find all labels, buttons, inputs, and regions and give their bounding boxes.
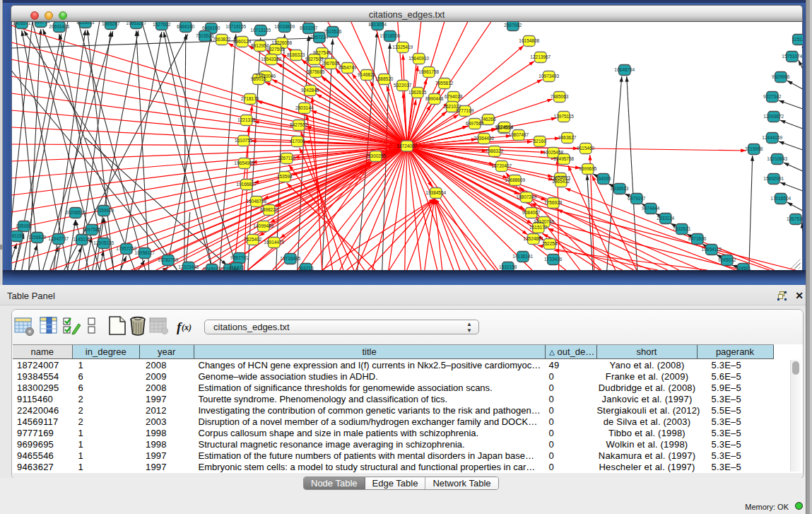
svg-text:10654112: 10654112 <box>701 247 722 252</box>
svg-text:13325419: 13325419 <box>392 45 413 49</box>
svg-text:20364436: 20364436 <box>473 136 494 141</box>
svg-text:16914479: 16914479 <box>264 240 284 245</box>
svg-text:16782759: 16782759 <box>158 257 178 262</box>
svg-text:153594: 153594 <box>276 174 292 179</box>
svg-text:12444159: 12444159 <box>762 135 782 140</box>
svg-text:15720407: 15720407 <box>491 163 512 168</box>
svg-text:9245012: 9245012 <box>203 267 221 270</box>
svg-text:10653287: 10653287 <box>126 22 146 25</box>
svg-text:5322037: 5322037 <box>394 83 412 88</box>
svg-text:13524851: 13524851 <box>523 236 543 241</box>
svg-text:6497568: 6497568 <box>466 121 484 126</box>
svg-text:8813054: 8813054 <box>368 22 387 27</box>
svg-text:1267534: 1267534 <box>787 216 803 221</box>
svg-text:2055714: 2055714 <box>32 22 50 24</box>
svg-text:9227342: 9227342 <box>763 94 782 99</box>
svg-text:7632621: 7632621 <box>673 226 691 231</box>
svg-text:9857791: 9857791 <box>230 255 249 260</box>
svg-text:1733426: 1733426 <box>544 257 563 262</box>
svg-text:216321: 216321 <box>228 265 244 270</box>
svg-text:1221338: 1221338 <box>237 117 256 122</box>
svg-text:19654985: 19654985 <box>234 160 254 165</box>
svg-text:11512: 11512 <box>792 37 802 42</box>
svg-text:6794028: 6794028 <box>445 94 463 99</box>
svg-text:2718176: 2718176 <box>241 96 259 101</box>
svg-text:8471636: 8471636 <box>688 236 707 241</box>
svg-text:1624514: 1624514 <box>495 124 514 129</box>
svg-text:19384554: 19384554 <box>425 190 446 195</box>
svg-text:835061: 835061 <box>16 223 31 228</box>
svg-text:12093872: 12093872 <box>763 114 784 119</box>
svg-text:8533267: 8533267 <box>300 25 318 30</box>
svg-text:9699695: 9699695 <box>579 166 597 171</box>
svg-text:62160: 62160 <box>533 139 546 144</box>
svg-text:(x): (x) <box>182 322 192 332</box>
svg-text:14099489: 14099489 <box>253 223 273 228</box>
svg-text:10958117: 10958117 <box>134 250 155 255</box>
svg-text:16713155: 16713155 <box>250 28 271 33</box>
svg-text:9146821: 9146821 <box>358 72 376 77</box>
svg-text:9242848: 9242848 <box>301 88 319 93</box>
svg-text:924501: 924501 <box>735 266 751 270</box>
svg-text:1405571: 1405571 <box>13 22 31 25</box>
svg-text:1615172: 1615172 <box>529 225 548 230</box>
svg-text:252254: 252254 <box>541 241 557 246</box>
svg-text:7485063: 7485063 <box>551 94 569 99</box>
svg-text:16154808: 16154808 <box>519 38 539 43</box>
svg-text:8938923: 8938923 <box>611 186 629 191</box>
svg-text:19166827: 19166827 <box>236 182 257 187</box>
svg-text:20691406: 20691406 <box>49 24 69 29</box>
svg-text:7515526: 7515526 <box>324 29 342 34</box>
svg-text:8960124: 8960124 <box>233 39 252 44</box>
svg-text:2967608: 2967608 <box>322 61 340 66</box>
svg-text:10688609: 10688609 <box>505 177 525 182</box>
svg-text:1965432: 1965432 <box>552 179 570 184</box>
svg-text:7663822: 7663822 <box>213 37 231 42</box>
svg-text:7986322: 7986322 <box>486 148 504 153</box>
svg-text:15640910: 15640910 <box>408 56 429 61</box>
svg-text:18495758: 18495758 <box>553 156 574 161</box>
svg-text:8990448: 8990448 <box>425 96 444 101</box>
svg-text:15716485: 15716485 <box>280 256 300 261</box>
svg-text:9097585: 9097585 <box>83 227 101 232</box>
svg-text:9115460: 9115460 <box>577 146 594 151</box>
svg-text:1588520: 1588520 <box>375 76 394 81</box>
svg-text:15751074: 15751074 <box>782 54 802 59</box>
svg-text:19218506: 19218506 <box>379 33 400 38</box>
svg-text:7756928: 7756928 <box>544 200 563 205</box>
svg-text:14136141: 14136141 <box>512 254 533 259</box>
svg-text:16033809: 16033809 <box>274 24 295 29</box>
svg-text:163215: 163215 <box>298 266 313 270</box>
svg-text:16543382: 16543382 <box>261 57 281 62</box>
svg-text:17359924: 17359924 <box>93 208 114 213</box>
svg-text:3267110: 3267110 <box>278 156 295 160</box>
svg-text:20206536: 20206536 <box>65 210 86 215</box>
svg-text:17016504: 17016504 <box>770 196 791 201</box>
svg-text:2803144: 2803144 <box>295 105 314 110</box>
svg-text:12213967: 12213967 <box>530 54 551 59</box>
svg-text:391159: 391159 <box>11 233 25 238</box>
svg-text:15692991: 15692991 <box>763 176 784 181</box>
svg-text:1065287: 1065287 <box>102 22 120 26</box>
svg-text:1610755: 1610755 <box>235 138 253 143</box>
svg-text:1156829: 1156829 <box>28 235 46 240</box>
svg-text:12342737: 12342737 <box>48 236 69 241</box>
svg-text:13226058: 13226058 <box>271 40 292 45</box>
svg-text:25300255: 25300255 <box>365 153 386 158</box>
svg-text:18807249: 18807249 <box>516 194 536 199</box>
svg-text:16046798: 16046798 <box>246 199 266 204</box>
svg-text:10719155: 10719155 <box>225 24 246 29</box>
svg-text:9474444: 9474444 <box>642 206 660 211</box>
svg-text:9084067: 9084067 <box>522 210 541 215</box>
svg-text:2933114: 2933114 <box>657 216 674 221</box>
svg-text:9777169: 9777169 <box>456 108 474 113</box>
svg-text:16120746: 16120746 <box>534 219 554 224</box>
svg-text:1362615: 1362615 <box>408 90 427 95</box>
svg-text:6466160: 6466160 <box>177 24 195 29</box>
svg-text:9327503: 9327503 <box>305 57 324 62</box>
svg-text:417006: 417006 <box>289 139 305 144</box>
svg-text:12505135: 12505135 <box>93 240 114 245</box>
svg-text:18724007: 18724007 <box>396 144 417 148</box>
svg-text:1527602: 1527602 <box>153 22 171 27</box>
svg-text:7515526: 7515526 <box>196 33 214 38</box>
